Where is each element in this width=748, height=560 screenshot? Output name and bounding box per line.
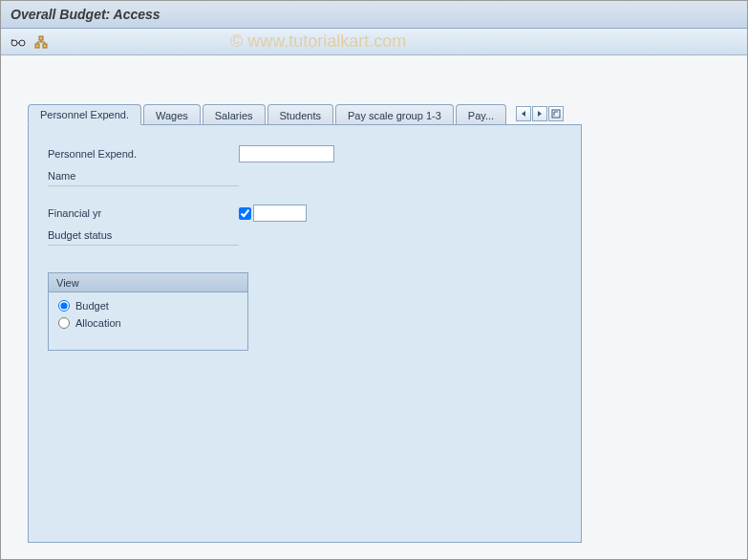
label-financial-yr: Financial yr [48, 207, 239, 219]
row-financial-yr: Financial yr [48, 204, 562, 223]
tab-list-button[interactable] [548, 106, 564, 121]
title-bar: Overall Budget: Access [1, 1, 747, 29]
triangle-right-icon [536, 110, 544, 118]
page-title: Overall Budget: Access [11, 7, 160, 22]
glasses-icon [11, 36, 26, 48]
content-area: Personnel Expend. Wages Salaries Student… [1, 55, 747, 560]
tab-wages[interactable]: Wages [143, 104, 201, 125]
radio-budget[interactable] [58, 300, 70, 312]
svg-rect-5 [552, 110, 560, 118]
radio-label-budget: Budget [75, 300, 109, 312]
svg-point-1 [19, 40, 25, 46]
hierarchy-icon-button[interactable] [32, 32, 51, 52]
svg-rect-4 [43, 44, 47, 48]
label-name: Name [48, 170, 239, 182]
tab-students[interactable]: Students [267, 104, 333, 125]
view-group-body: Budget Allocation [49, 292, 247, 350]
view-group: View Budget Allocation [48, 272, 248, 351]
tab-pane-personnel-expend: Personnel Expend. Name Financial yr Budg… [28, 124, 582, 543]
row-name: Name [48, 167, 239, 186]
view-group-header: View [49, 273, 247, 292]
tab-label: Salaries [215, 110, 253, 121]
tab-label: Wages [156, 110, 188, 121]
tab-personnel-expend[interactable]: Personnel Expend. [28, 104, 141, 125]
tab-label: Personnel Expend. [40, 109, 129, 120]
glasses-icon-button[interactable] [9, 32, 28, 52]
tab-scroll-controls [516, 106, 564, 121]
tab-strip: Personnel Expend. Wages Salaries Student… [28, 103, 728, 124]
radio-row-budget[interactable]: Budget [58, 300, 238, 312]
hierarchy-icon [34, 35, 48, 49]
input-personnel-expend[interactable] [239, 145, 334, 162]
svg-point-0 [11, 40, 17, 46]
radio-row-allocation[interactable]: Allocation [58, 317, 238, 329]
radio-allocation[interactable] [58, 317, 70, 329]
row-personnel-expend: Personnel Expend. [48, 144, 562, 163]
label-budget-status: Budget status [48, 229, 239, 241]
label-personnel-expend: Personnel Expend. [48, 148, 239, 160]
row-budget-status: Budget status [48, 226, 239, 246]
tab-label: Pay... [468, 110, 494, 121]
tab-list-icon [551, 109, 561, 118]
radio-label-allocation: Allocation [75, 317, 121, 329]
tab-scroll-left-button[interactable] [516, 106, 531, 121]
input-financial-yr[interactable] [253, 205, 307, 222]
svg-rect-2 [39, 36, 43, 40]
tab-label: Students [280, 110, 321, 121]
tab-scroll-right-button[interactable] [532, 106, 547, 121]
tab-pay-scale-group[interactable]: Pay scale group 1-3 [335, 104, 454, 125]
financial-yr-checkbox-wrap [239, 205, 307, 222]
tab-pay-truncated[interactable]: Pay... [456, 104, 506, 125]
tab-label: Pay scale group 1-3 [348, 110, 441, 121]
tab-salaries[interactable]: Salaries [203, 104, 266, 125]
svg-rect-3 [35, 44, 39, 48]
toolbar [1, 29, 747, 55]
triangle-left-icon [520, 110, 527, 118]
checkbox-financial-yr[interactable] [239, 207, 251, 220]
